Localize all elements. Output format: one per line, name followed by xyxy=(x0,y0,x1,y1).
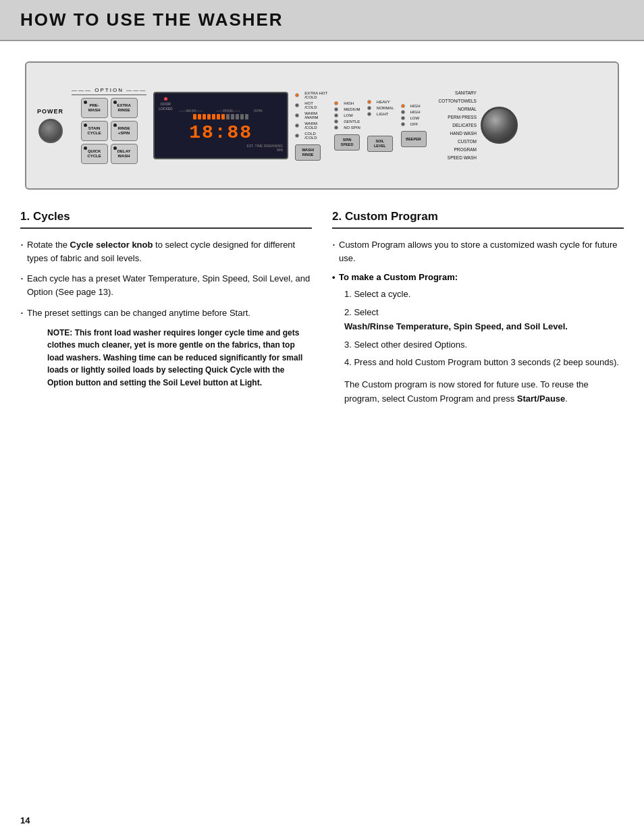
progress-seg-12 xyxy=(245,114,248,119)
soil-level-button[interactable]: SOILLEVEL xyxy=(367,136,393,152)
extra-high-2: HIGH xyxy=(401,110,427,114)
cycles-section-title: 1. Cycles xyxy=(20,210,312,229)
progress-bar xyxy=(193,114,248,119)
door-locked-indicator: DOORLOCKED xyxy=(159,97,173,111)
spin-medium: MEDIUM xyxy=(334,107,360,111)
cycle-speedwash: SPEED WASH xyxy=(439,154,477,162)
custom-title-text: 2. Custom Program xyxy=(332,210,438,223)
soil-light: LIGHT xyxy=(367,112,394,116)
extra-label-2: HIGH xyxy=(410,110,421,114)
cycle-knob[interactable] xyxy=(481,107,518,144)
temp-dot-3 xyxy=(295,113,299,117)
beeper-button-area: BEEPER xyxy=(401,131,427,147)
extra-label-3: LOW xyxy=(410,116,420,120)
spin-dot-3 xyxy=(334,113,338,117)
cycle-selector-area: SANITARY COTTON/TOWELS NORMAL PERM PRESS… xyxy=(439,89,518,162)
spin-label-1: HIGH xyxy=(344,101,354,105)
temp-dot-4 xyxy=(295,124,299,128)
spin-label-3: LOW xyxy=(344,113,353,117)
note-body: This front load washer requires longer c… xyxy=(47,328,302,387)
spin-indicator: /SPIN xyxy=(254,109,263,113)
wash-indicator: ——WASH—— xyxy=(180,109,203,113)
spin-label-2: MEDIUM xyxy=(344,107,360,111)
extra-rinse-button[interactable]: EXTRARINSE xyxy=(111,98,138,118)
cycle-sanitary: SANITARY xyxy=(439,89,477,97)
progress-seg-6 xyxy=(217,114,220,119)
temp-label-4: WARM/COLD xyxy=(304,121,317,130)
cycle-custom: CUSTOMPROGRAM xyxy=(454,138,477,154)
temp-dot xyxy=(295,93,299,97)
page: HOW TO USE THE WASHER POWER ——— OPTION —… xyxy=(0,0,644,839)
progress-seg-3 xyxy=(203,114,206,119)
start-pause-bold: Start/Pause xyxy=(517,394,566,404)
door-dot xyxy=(164,97,167,101)
washer-diagram: POWER ——— OPTION ——— PRE-WASH EXTRARINSE… xyxy=(25,61,619,190)
quick-cycle-button[interactable]: QUICKCYCLE xyxy=(81,144,108,164)
temp-label-2: HOT/COLD xyxy=(304,101,317,109)
progress-seg-4 xyxy=(207,114,211,119)
rinse-indicator: ——RINSE—— xyxy=(216,109,240,113)
spin-dot-1 xyxy=(334,101,338,105)
display-panel: DOORLOCKED ——WASH—— ——RINSE—— /SPIN xyxy=(153,92,288,159)
temp-dot-5 xyxy=(295,134,299,138)
extra-label-4: OFF xyxy=(410,122,419,126)
custom-step-3: 3. Select other desired Options. xyxy=(344,338,624,352)
temp-controls: EXTRA HOT/COLD HOT/COLD WARM/WARM WARM/C… xyxy=(295,91,327,161)
custom-steps: 1. Select a cycle. 2. Select Wash/Rinse … xyxy=(332,288,624,370)
sections-row: 1. Cycles Rotate the Cycle selector knob… xyxy=(20,210,624,406)
custom-program-section: 2. Custom Program Custom Program allows … xyxy=(332,210,624,406)
power-knob[interactable] xyxy=(38,119,63,143)
temp-label-3: WARM/WARM xyxy=(304,111,318,119)
cycle-normal: NORMAL xyxy=(439,105,477,113)
cycles-bullet-1: Rotate the Cycle selector knob to select… xyxy=(20,238,312,265)
door-locked-label: DOORLOCKED xyxy=(159,102,173,111)
page-title: HOW TO USE THE WASHER xyxy=(20,9,624,30)
cycle-knob-bold: Cycle selector knob xyxy=(70,240,153,250)
cycles-title-text: 1. Cycles xyxy=(20,210,70,223)
power-section: POWER xyxy=(37,108,63,143)
extra-high-1: HIGH xyxy=(401,104,427,108)
spin-dot-4 xyxy=(334,119,338,124)
custom-make-header: To make a Custom Program: xyxy=(332,272,624,282)
cycle-perm: PERM PRESS xyxy=(439,113,477,121)
progress-seg-11 xyxy=(240,114,244,119)
extra-dot-3 xyxy=(401,116,405,120)
cycle-cotton: COTTON/TOWELS xyxy=(439,97,477,105)
cycles-bullet-3: The preset settings can be changed anyti… xyxy=(20,306,312,320)
page-content: POWER ——— OPTION ——— PRE-WASH EXTRARINSE… xyxy=(0,41,644,427)
spin-speed-button[interactable]: SPINSPEED xyxy=(334,134,360,151)
delay-wash-button[interactable]: DELAYWASH xyxy=(111,144,138,164)
beeper-button[interactable]: BEEPER xyxy=(401,131,427,147)
extra-dot-4 xyxy=(401,122,405,126)
pre-wash-button[interactable]: PRE-WASH xyxy=(81,98,108,118)
option-section: ——— OPTION ——— PRE-WASH EXTRARINSE STAIN… xyxy=(72,87,146,164)
wash-rinse-button[interactable]: WASH/RINSE xyxy=(295,144,321,161)
cycle-custom-row: CUSTOMPROGRAM xyxy=(439,138,477,154)
progress-seg-5 xyxy=(212,114,215,119)
temp-hot: HOT/COLD xyxy=(295,101,327,109)
extra-dot-2 xyxy=(401,110,405,114)
temp-cold: COLD/COLD xyxy=(295,132,327,140)
rinse-spin-button[interactable]: RINSE+SPIN xyxy=(111,121,138,141)
temp-extra-hot: EXTRA HOT/COLD xyxy=(295,91,327,99)
soil-normal: NORMAL xyxy=(367,106,394,110)
soil-label-3: LIGHT xyxy=(377,112,389,116)
extra-off: OFF xyxy=(401,122,427,126)
custom-make-header-text: To make a Custom Program: xyxy=(339,272,458,282)
custom-bullet-1: Custom Program allows you to store a cus… xyxy=(332,238,624,265)
page-number: 14 xyxy=(20,815,30,826)
spin-high: HIGH xyxy=(334,101,360,105)
cycles-bullet-2: Each cycle has a preset Water Temperatur… xyxy=(20,272,312,299)
spin-gentle: GENTLE xyxy=(334,119,360,124)
cycles-note: NOTE: This front load washer requires lo… xyxy=(20,327,312,389)
spin-dot-5 xyxy=(334,126,338,130)
spin-speed-button-area: SPINSPEED xyxy=(334,134,360,151)
spin-label-4: GENTLE xyxy=(344,119,360,124)
wash-rinse-button-area: WASH/RINSE xyxy=(295,144,327,161)
soil-level-button-area: SOILLEVEL xyxy=(367,136,394,152)
spin-no: NO SPIN xyxy=(334,126,360,130)
spin-low: LOW xyxy=(334,113,360,117)
stain-cycle-button[interactable]: STAINCYCLE xyxy=(81,121,108,141)
custom-step-2: 2. Select Wash/Rinse Temperature, Spin S… xyxy=(344,306,624,334)
spin-controls: HIGH MEDIUM LOW GENTLE NO SPIN xyxy=(334,101,360,151)
